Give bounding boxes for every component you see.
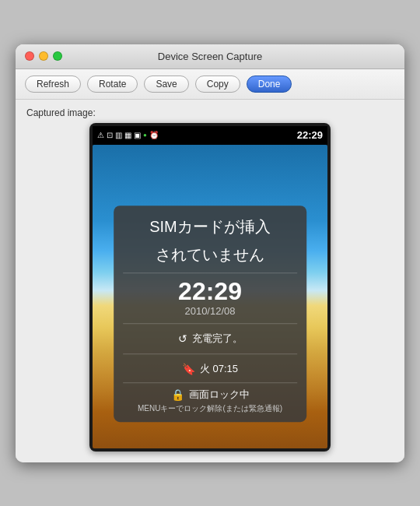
app-window: Device Screen Capture Refresh Rotate Sav… bbox=[16, 44, 404, 462]
alarm-text: 火 07:15 bbox=[200, 362, 238, 376]
divider-1 bbox=[123, 272, 297, 273]
notification-panel: SIMカードが挿入 されていません 22:29 2010/12/08 ↺ 充電完… bbox=[114, 206, 306, 422]
content-area: Captured image: ⚠ ⊡ ▥ ▦ ▣ ● ⏰ 22:29 bbox=[16, 100, 404, 462]
charging-row: ↺ 充電完了。 bbox=[123, 329, 297, 349]
titlebar: Device Screen Capture bbox=[16, 44, 404, 69]
charging-icon: ↺ bbox=[178, 332, 187, 345]
device-screen: SIMカードが挿入 されていません 22:29 2010/12/08 ↺ 充電完… bbox=[93, 145, 327, 448]
lock-row: 🔒 画面ロック中 bbox=[123, 388, 297, 402]
bookmark-icon: 🔖 bbox=[182, 363, 195, 375]
notification-date: 2010/12/08 bbox=[123, 305, 297, 317]
alarm-row: 🔖 火 07:15 bbox=[123, 359, 297, 379]
status-icons-left: ⚠ ⊡ ▥ ▦ ▣ ● ⏰ bbox=[97, 131, 159, 139]
done-button[interactable]: Done bbox=[247, 76, 292, 93]
device-frame: ⚠ ⊡ ▥ ▦ ▣ ● ⏰ 22:29 SIMカードが挿入 されていません bbox=[89, 123, 331, 452]
status-bar: ⚠ ⊡ ▥ ▦ ▣ ● ⏰ 22:29 bbox=[93, 126, 327, 145]
notification-time: 22:29 bbox=[123, 278, 297, 305]
menu-hint-text: MENUキーでロック解除(または緊急通報) bbox=[123, 403, 297, 414]
toolbar: Refresh Rotate Save Copy Done bbox=[16, 69, 404, 100]
divider-2 bbox=[123, 323, 297, 324]
sync-icon: ⊡ bbox=[107, 131, 113, 139]
sim-text-line2: されていません bbox=[123, 244, 297, 265]
rotate-button[interactable]: Rotate bbox=[87, 76, 138, 93]
green-dot-icon: ● bbox=[143, 132, 147, 139]
lock-icon: 🔒 bbox=[171, 388, 184, 401]
lock-section: 🔒 画面ロック中 MENUキーでロック解除(または緊急通報) bbox=[123, 382, 297, 414]
copy-button[interactable]: Copy bbox=[195, 76, 240, 93]
refresh-button[interactable]: Refresh bbox=[25, 76, 81, 93]
battery-icon: ▣ bbox=[134, 131, 141, 139]
signal-icon: ▥ bbox=[115, 131, 122, 139]
close-button[interactable] bbox=[25, 51, 34, 61]
warning-icon: ⚠ bbox=[97, 131, 104, 139]
charging-text: 充電完了。 bbox=[192, 332, 243, 346]
window-title: Device Screen Capture bbox=[158, 51, 262, 62]
sim-text-line1: SIMカードが挿入 bbox=[123, 216, 297, 237]
traffic-lights bbox=[25, 51, 62, 61]
maximize-button[interactable] bbox=[53, 51, 62, 61]
status-time: 22:29 bbox=[297, 129, 323, 141]
minimize-button[interactable] bbox=[39, 51, 48, 61]
alarm-icon: ⏰ bbox=[149, 131, 159, 139]
divider-3 bbox=[123, 353, 297, 354]
wifi-icon: ▦ bbox=[124, 131, 131, 139]
captured-label: Captured image: bbox=[26, 107, 394, 118]
save-button[interactable]: Save bbox=[144, 76, 188, 93]
lock-text: 画面ロック中 bbox=[189, 388, 250, 402]
